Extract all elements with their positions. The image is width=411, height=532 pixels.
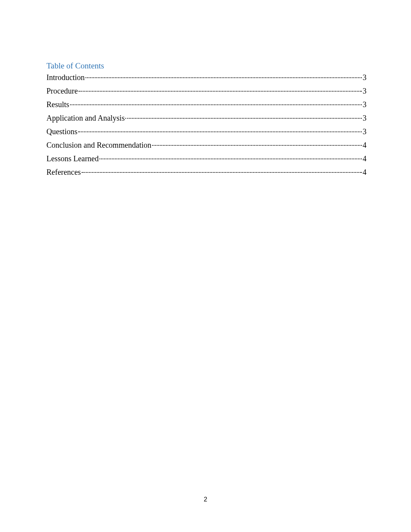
toc-heading: Table of Contents — [46, 61, 366, 71]
toc-entry[interactable]: References 4 — [46, 166, 366, 178]
toc-leader-dots — [82, 172, 362, 173]
toc-entry-page: 4 — [363, 139, 366, 151]
toc-entry[interactable]: Procedure 3 — [46, 85, 366, 97]
page-number: 2 — [0, 496, 411, 503]
toc-leader-dots — [79, 91, 362, 92]
toc-entry-page: 4 — [363, 166, 366, 178]
toc-entry-title: Procedure — [46, 85, 78, 97]
toc-entry[interactable]: Introduction 3 — [46, 72, 366, 84]
toc-entry[interactable]: Results 3 — [46, 99, 366, 111]
toc-entry-title: Conclusion and Recommendation — [46, 139, 151, 151]
toc-entry[interactable]: Questions 3 — [46, 126, 366, 138]
toc-leader-dots — [125, 118, 362, 119]
toc-entry-page: 3 — [363, 85, 366, 97]
page-content: Table of Contents Introduction 3 Procedu… — [0, 0, 411, 178]
toc-entry-title: Application and Analysis — [46, 112, 125, 124]
toc-entry-title: References — [46, 166, 81, 178]
toc-leader-dots — [78, 131, 362, 132]
toc-entry-page: 3 — [363, 99, 366, 111]
toc-leader-dots — [99, 159, 362, 159]
toc-entry[interactable]: Conclusion and Recommendation 4 — [46, 139, 366, 151]
toc-leader-dots — [86, 77, 362, 78]
toc-entry-page: 3 — [363, 112, 366, 124]
toc-entry-page: 3 — [363, 126, 366, 138]
toc-entry-title: Results — [46, 99, 69, 111]
toc-entry-title: Introduction — [46, 72, 85, 84]
toc-leader-dots — [152, 145, 362, 146]
toc-entry[interactable]: Application and Analysis 3 — [46, 112, 366, 124]
toc-leader-dots — [70, 104, 362, 105]
toc-entry-title: Lessons Learned — [46, 153, 99, 165]
toc-entry[interactable]: Lessons Learned 4 — [46, 153, 366, 165]
toc-entry-page: 4 — [363, 153, 366, 165]
toc-entry-title: Questions — [46, 126, 77, 138]
toc-entry-page: 3 — [363, 72, 366, 84]
toc-list: Introduction 3 Procedure 3 Results 3 App… — [46, 72, 366, 178]
